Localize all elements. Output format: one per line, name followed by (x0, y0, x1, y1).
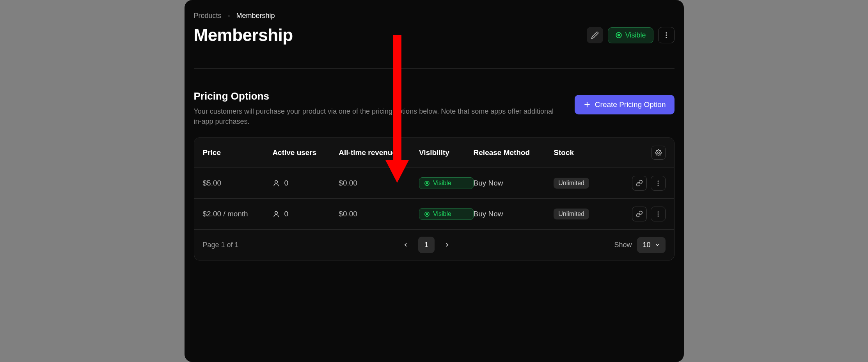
cell-price: $2.00 / month (203, 210, 273, 218)
user-icon (272, 210, 280, 218)
dots-vertical-icon (655, 210, 662, 218)
active-users-value: 0 (284, 210, 288, 218)
more-actions-button[interactable] (658, 27, 675, 43)
cell-active-users: 0 (272, 179, 339, 187)
cell-price: $5.00 (203, 179, 273, 187)
table-header: Price Active users All-time revenue Visi… (194, 138, 674, 168)
breadcrumb: Products Membership (194, 12, 675, 20)
cell-stock: Unlimited (554, 209, 627, 219)
app-window: Products Membership Membership Visible (185, 0, 684, 362)
th-release-method: Release Method (474, 148, 554, 157)
svg-point-13 (657, 185, 659, 186)
show-value: 10 (643, 241, 650, 249)
cell-visibility: Visible (419, 177, 474, 189)
eye-icon (615, 32, 622, 39)
svg-point-2 (666, 32, 667, 34)
pricing-table: Price Active users All-time revenue Visi… (194, 137, 675, 260)
active-users-value: 0 (284, 179, 288, 187)
svg-point-12 (657, 183, 659, 184)
table-settings-button[interactable] (651, 146, 666, 160)
svg-point-7 (657, 152, 659, 154)
table-row[interactable]: $5.00 0 $0.00 Visible Buy Now Unlimited (194, 168, 674, 199)
page-header: Membership Visible (194, 25, 675, 45)
chevron-down-icon (655, 242, 660, 248)
breadcrumb-parent[interactable]: Products (194, 12, 222, 20)
pager: 1 (239, 237, 614, 253)
visibility-label: Visible (625, 31, 646, 39)
show-label: Show (614, 241, 632, 249)
row-actions (627, 176, 665, 191)
chevron-right-icon (444, 242, 450, 248)
link-icon (636, 180, 643, 187)
section-description: Your customers will purchase your produc… (194, 106, 563, 127)
copy-link-button[interactable] (632, 207, 647, 221)
table-row[interactable]: $2.00 / month 0 $0.00 Visible Buy Now Un… (194, 199, 674, 230)
chevron-left-icon (403, 242, 409, 248)
svg-point-1 (618, 34, 620, 36)
stock-badge: Unlimited (554, 178, 589, 189)
table-footer: Page 1 of 1 1 Show 10 (194, 230, 674, 260)
pencil-icon (591, 31, 599, 39)
pricing-section-header: Pricing Options Your customers will purc… (194, 90, 675, 127)
svg-point-19 (657, 216, 659, 217)
plus-icon (583, 101, 591, 109)
th-visibility: Visibility (419, 148, 474, 157)
th-active-users: Active users (272, 148, 339, 157)
section-title: Pricing Options (194, 90, 563, 102)
divider (194, 68, 675, 69)
edit-button[interactable] (587, 27, 603, 43)
visibility-toggle[interactable]: Visible (608, 27, 653, 43)
cell-stock: Unlimited (554, 178, 627, 189)
eye-icon (424, 211, 430, 217)
svg-point-10 (426, 182, 428, 184)
prev-page-button[interactable] (400, 239, 411, 250)
show-per-page: Show 10 (614, 237, 665, 253)
th-actions (627, 146, 665, 160)
current-page[interactable]: 1 (418, 237, 435, 253)
row-actions (627, 207, 665, 221)
link-icon (636, 210, 643, 218)
cell-visibility: Visible (419, 208, 474, 220)
page-info: Page 1 of 1 (203, 241, 239, 249)
chevron-right-icon (227, 14, 231, 18)
show-select[interactable]: 10 (637, 237, 665, 253)
row-more-button[interactable] (651, 176, 666, 191)
row-more-button[interactable] (651, 207, 666, 221)
section-text: Pricing Options Your customers will purc… (194, 90, 563, 127)
copy-link-button[interactable] (632, 176, 647, 191)
dots-vertical-icon (655, 180, 662, 187)
visibility-text: Visible (433, 180, 451, 187)
svg-point-4 (666, 37, 667, 38)
svg-point-16 (426, 213, 428, 215)
next-page-button[interactable] (442, 239, 453, 250)
visibility-badge[interactable]: Visible (419, 177, 474, 189)
th-revenue: All-time revenue (339, 148, 419, 157)
svg-point-3 (666, 34, 667, 36)
create-label: Create Pricing Option (595, 100, 666, 109)
page-title: Membership (194, 25, 293, 45)
eye-icon (424, 180, 430, 186)
svg-point-18 (657, 214, 659, 215)
cell-release-method: Buy Now (474, 179, 554, 187)
stock-badge: Unlimited (554, 209, 589, 219)
cell-active-users: 0 (272, 210, 339, 218)
svg-point-8 (275, 181, 278, 184)
svg-point-17 (657, 211, 659, 212)
header-actions: Visible (587, 27, 675, 43)
visibility-text: Visible (433, 210, 451, 218)
create-pricing-option-button[interactable]: Create Pricing Option (575, 95, 675, 114)
svg-point-11 (657, 180, 659, 182)
svg-point-14 (275, 212, 278, 214)
user-icon (272, 179, 280, 187)
visibility-badge[interactable]: Visible (419, 208, 474, 220)
th-stock: Stock (554, 148, 627, 157)
cell-revenue: $0.00 (339, 210, 419, 218)
dots-vertical-icon (662, 31, 670, 39)
cell-release-method: Buy Now (474, 210, 554, 218)
gear-icon (655, 149, 662, 156)
breadcrumb-current: Membership (236, 12, 275, 20)
th-price: Price (203, 148, 273, 157)
cell-revenue: $0.00 (339, 179, 419, 187)
